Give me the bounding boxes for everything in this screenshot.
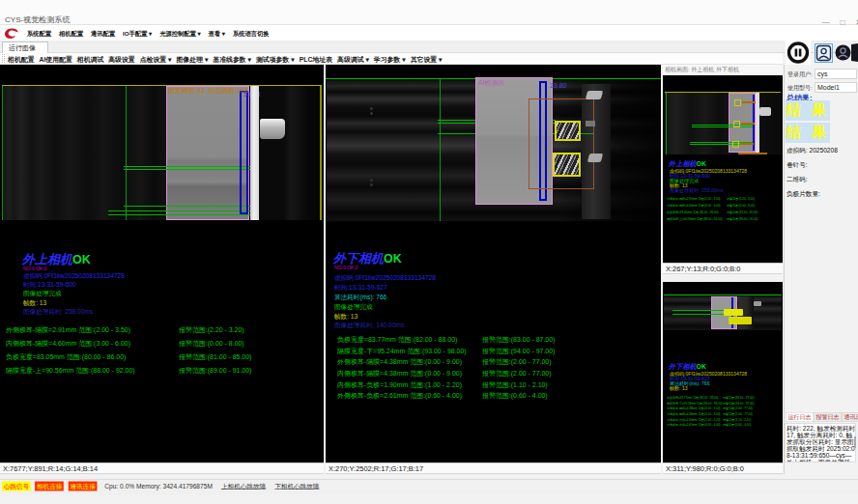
menu-item[interactable]: 系统语言切换 xyxy=(233,26,270,41)
toolbar-item[interactable]: 测试项参数 ▾ xyxy=(256,55,295,65)
toolbar-item[interactable]: 点检设置 ▾ xyxy=(140,55,172,65)
measurement-alarm: 报警范围:(89.00 - 91.00) xyxy=(727,217,758,220)
roi-box-pink xyxy=(166,86,249,220)
toolbar-item[interactable]: PLC地址表 xyxy=(300,55,332,65)
camera-result-title: 外下相机OK xyxy=(333,252,402,266)
vcode-row: 虚拟码: 20250208 xyxy=(786,147,838,154)
measurement-value: 外侧极耳-隔膜=2.91mm 范围:(2.00 - 3.50) xyxy=(6,326,130,333)
status-bar-items: 心跳信号 相机连接 通讯连接 Cpu: 0.0% Memory: 3424.41… xyxy=(2,481,319,490)
login-user-label: 登录用户: xyxy=(787,71,813,77)
measurement-alarm: 报警范围:(2.00 - 77.00) xyxy=(723,412,753,415)
camera-panel-upper: 53.88 固定阈值:93, 动态阈值:100 外上相机OK NG:0 OK:0… xyxy=(0,65,324,462)
toolbar-item[interactable]: 图像处理 ▾ xyxy=(176,55,208,65)
toolbar-item[interactable]: 学习参数 ▾ xyxy=(374,55,406,65)
measurement-value: 隔膜宽度-下=95.24mm 范围:(93.00 - 98.00) xyxy=(337,348,467,354)
toolbar-item[interactable]: 相机配置 xyxy=(8,55,35,65)
ai-region-label: AI检测区 xyxy=(478,79,504,86)
camera-image-left: 53.88 固定阈值:93, 动态阈值:100 xyxy=(0,65,324,221)
measurement-value: 外侧极耳-隔膜=4.38mm 范围:(0.00 - 9.00) xyxy=(337,358,462,365)
measurement-value: 外侧极耳-隔膜=2.91mm 范围:(2.00 - 3.50) xyxy=(667,197,721,200)
cpu-memory-text: Cpu: 0.0% Memory: 3424.41796875M xyxy=(104,482,213,491)
measurement-alarm: 报警范围:(81.00 - 85.00) xyxy=(727,210,758,213)
app-logo-icon xyxy=(3,27,19,41)
gauge-value: 23.80 xyxy=(550,82,566,89)
measurement-row: 负极宽度=83.77mm 范围:(82.00 - 88.00)报警范围:(83.… xyxy=(337,336,656,348)
menu-items: 系统配置相机配置通讯配置IO手配置 ▾光源控制配置 ▾查看 ▾系统语言切换 xyxy=(27,26,276,41)
measurement-alarm: 报警范围:(0.60 - 4.00) xyxy=(723,423,751,426)
camera-result-title: 外上相机OK xyxy=(22,253,91,266)
measurement-alarm: 报警范围:(2.00 - 77.00) xyxy=(482,358,552,365)
log-area[interactable]: 耗时: 222, 触发检测耗时: 17, 触发分离耗时: 0, 触发抓取分区耗时… xyxy=(785,423,856,462)
measurement-alarm: 报警范围:(1.10 - 2.10) xyxy=(723,418,751,421)
result-box-1: 结 果 xyxy=(786,100,830,121)
log-tab[interactable]: 报警日志 xyxy=(814,412,842,422)
measurement-row: 内侧极耳-隔膜=4.60mm 范围:(3.00 - 6.00)报警范围:(0.0… xyxy=(6,340,315,353)
check-box-yellow-2 xyxy=(553,153,581,177)
sidebar-divider xyxy=(784,65,785,474)
measurement-value: 内侧极耳-隔膜=4.60mm 范围:(3.00 - 6.00) xyxy=(6,340,130,347)
measurement-row: 负极宽度=83.05mm 范围:(80.00 - 86.00)报警范围:(81.… xyxy=(6,353,315,367)
pixel-status-p1: X:267;Y:13;R:0;G:0;B:0 xyxy=(663,263,783,274)
camera-link-badge: 相机连接 xyxy=(35,482,64,491)
preview-panel-upper: 外上相机OK 虚拟码:0Ff1iiw20250208133134728 时间:1… xyxy=(663,75,783,263)
camera-panel-lower: AI检测区 23.80 外下相机OK NG:0 OK:0 虚拟码:0Ff1iiw… xyxy=(326,65,661,462)
menu-item[interactable]: 查看 ▾ xyxy=(209,26,225,41)
measurement-alarm: 报警范围:(0.60 - 4.00) xyxy=(482,392,548,399)
needle-label: 卷针号: xyxy=(786,161,808,168)
measurement-alarm: 报警范围:(83.00 - 87.00) xyxy=(723,396,755,399)
measurement-value: 隔膜宽度-上=90.56mm 范围:(88.00 - 92.00) xyxy=(667,217,723,220)
measurement-value: 负极宽度=83.05mm 范围:(80.00 - 86.00) xyxy=(667,210,719,213)
login-user-value[interactable]: cys xyxy=(815,69,857,79)
menu-item[interactable]: 相机配置 xyxy=(59,26,83,41)
menu-item[interactable]: 光源控制配置 ▾ xyxy=(159,26,200,41)
heartbeat-badge: 心跳信号 xyxy=(2,482,31,491)
model-value[interactable]: Model1 xyxy=(815,82,857,93)
toolbar-items: 相机配置AI使用配置相机调试高级设置点检设置 ▾图像处理 ▾基准线参数 ▾测试项… xyxy=(8,54,446,65)
measurement-alarm: 报警范围:(94.00 - 97.00) xyxy=(723,402,755,405)
toolbar-item[interactable]: 其它设置 ▾ xyxy=(411,55,443,65)
toolbar-item[interactable]: 高级调试 ▾ xyxy=(337,55,369,65)
measurement-alarm: 报警范围:(89.00 - 91.00) xyxy=(179,367,251,374)
preview-image-2 xyxy=(663,282,783,330)
measurement-row: 隔膜宽度-上=90.56mm 范围:(88.00 - 92.00)报警范围:(8… xyxy=(6,367,315,380)
measurement-value: 负极宽度=83.05mm 范围:(80.00 - 86.00) xyxy=(6,353,126,360)
measurement-row: 隔膜宽度-上=90.56mm 范围:(88.00 - 92.00)报警范围:(8… xyxy=(667,217,781,224)
metal-clip xyxy=(260,119,285,139)
pixel-status-p2: X:311;Y:980;R:0;G:0;B:0 xyxy=(663,462,783,474)
measurement-value: 隔膜宽度-上=90.56mm 范围:(88.00 - 92.00) xyxy=(6,367,135,374)
result-box-2: 结 果 xyxy=(786,123,830,143)
toolbar-item[interactable]: AI使用配置 xyxy=(39,55,72,65)
measurement-list: 外侧极耳-隔膜=2.91mm 范围:(2.00 - 3.50)报警范围:(2.2… xyxy=(6,326,315,380)
measurement-value: 内侧极耳-负极=1.90mm 范围:(1.00 - 2.20) xyxy=(337,381,462,388)
measurement-value: 外侧极耳-负极=2.61mm 范围:(0.60 - 4.00) xyxy=(667,423,721,426)
measurement-row: 外侧极耳-隔膜=2.91mm 范围:(2.00 - 3.50)报警范围:(2.2… xyxy=(6,326,315,340)
measurement-value: 负极宽度=83.77mm 范围:(82.00 - 88.00) xyxy=(667,396,719,399)
log-tab[interactable]: 运行日志 xyxy=(786,412,814,422)
user-button[interactable] xyxy=(815,43,833,63)
measurement-alarm: 报警范围:(83.00 - 87.00) xyxy=(482,336,555,343)
threshold-label: 固定阈值:93, 动态阈值:100 xyxy=(168,87,248,94)
measurement-row: 内侧极耳-隔膜=4.38mm 范围:(0.00 - 9.00)报警范围:(2.0… xyxy=(337,370,656,381)
pause-button[interactable] xyxy=(786,41,811,65)
menu-item[interactable]: 系统配置 xyxy=(27,26,51,41)
preview-panel-lower: 外下相机OK 虚拟码:0Ff1iiw20250208133134728 时间:1… xyxy=(663,282,783,462)
measurement-value: 负极宽度=83.77mm 范围:(82.00 - 88.00) xyxy=(337,336,457,343)
pixel-status-mid: X:270;Y:2502;R:17;G:17;B:17 xyxy=(326,462,661,474)
title-bar: CYS-视觉检测系统 xyxy=(0,0,858,25)
preview-image-1 xyxy=(663,75,783,156)
toolbar-item[interactable]: 相机调试 xyxy=(77,55,104,65)
exit-button[interactable] xyxy=(850,42,858,63)
measurement-alarm: 报警范围:(2.00 - 77.00) xyxy=(482,370,552,377)
log-scrollbar[interactable] xyxy=(854,436,856,448)
toolbar-item[interactable]: 基准线参数 ▾ xyxy=(213,55,251,65)
menu-item[interactable]: IO手配置 ▾ xyxy=(123,26,152,41)
account-button[interactable] xyxy=(835,43,851,62)
tab-run-image[interactable]: 运行图像 xyxy=(2,42,48,53)
toolbar-item[interactable]: 高级设置 xyxy=(108,55,135,65)
log-tabs: 运行日志报警日志通讯日志 xyxy=(786,412,858,422)
menu-item[interactable]: 通讯配置 xyxy=(91,26,115,41)
model-label: 使用型号: xyxy=(787,85,813,91)
log-tab[interactable]: 通讯日志 xyxy=(842,412,858,422)
toolbar-grip[interactable] xyxy=(2,54,5,63)
camera-image-mid: AI检测区 23.80 xyxy=(326,65,661,222)
